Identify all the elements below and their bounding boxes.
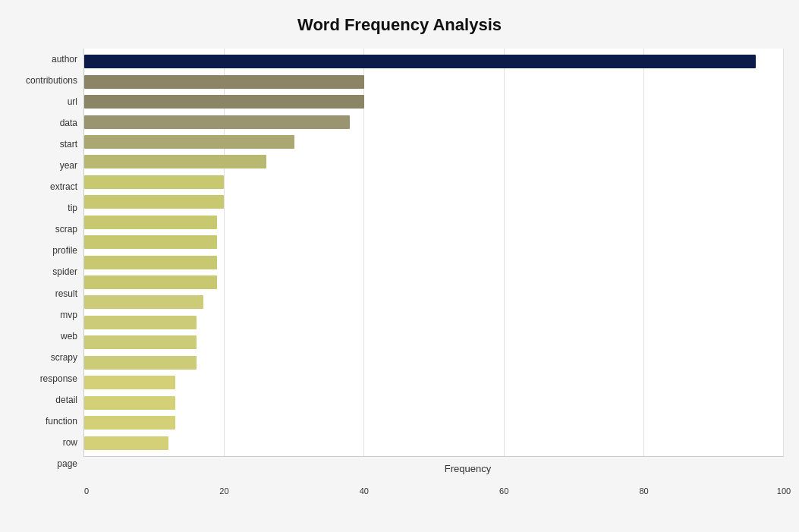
y-label: mvp: [60, 305, 77, 325]
bar: [84, 275, 217, 289]
x-tick: 20: [219, 486, 228, 496]
bar-row: [84, 192, 784, 212]
bar-row: [84, 112, 784, 132]
bar: [84, 55, 756, 68]
bar-row: [84, 52, 784, 71]
bar-row: [84, 313, 784, 332]
bar: [84, 316, 197, 329]
bar: [84, 75, 364, 89]
bar-row: [84, 353, 784, 373]
bars-wrapper: [84, 49, 784, 456]
x-tick: 0: [84, 486, 89, 496]
bar-row: [84, 232, 784, 252]
bar-row: [84, 92, 784, 112]
chart-title: Word Frequency Analysis: [15, 15, 784, 35]
x-tick: 80: [639, 486, 648, 496]
x-tick: 40: [360, 486, 369, 496]
chart-container: Word Frequency Analysis authorcontributi…: [0, 0, 799, 532]
bar: [84, 356, 197, 370]
x-tick: 100: [777, 486, 791, 496]
bar: [84, 295, 203, 309]
y-label: data: [60, 113, 77, 133]
bar: [84, 396, 175, 410]
bar: [84, 135, 294, 149]
bar-row: [84, 373, 784, 392]
y-label: profile: [52, 241, 77, 260]
chart-area: authorcontributionsurldatastartyearextra…: [15, 49, 784, 474]
y-label: scrap: [55, 219, 77, 239]
bar-row: [84, 172, 784, 192]
bar-row: [84, 72, 784, 92]
bar-row: [84, 332, 784, 352]
y-label: detail: [55, 390, 77, 410]
bar: [84, 115, 350, 129]
bar: [84, 436, 168, 450]
bar: [84, 155, 266, 168]
bar-row: [84, 292, 784, 312]
bar: [84, 195, 224, 209]
y-label: response: [40, 369, 77, 389]
y-label: web: [61, 326, 77, 346]
bar: [84, 376, 175, 389]
y-label: spider: [52, 262, 77, 282]
bar: [84, 175, 224, 189]
bottom-section: Frequency: [152, 457, 784, 474]
bar: [84, 235, 217, 249]
bar-row: [84, 253, 784, 272]
bar-row: [84, 433, 784, 453]
y-label: row: [63, 433, 77, 452]
bar-row: [84, 212, 784, 232]
y-label: scrapy: [51, 348, 77, 367]
bar: [84, 216, 217, 229]
y-label: year: [60, 156, 77, 175]
y-axis: authorcontributionsurldatastartyearextra…: [15, 49, 83, 474]
bar: [84, 335, 197, 349]
bar-row: [84, 152, 784, 172]
y-label: extract: [50, 177, 77, 197]
bar: [84, 416, 175, 430]
bar-row: [84, 132, 784, 152]
y-label: contributions: [26, 71, 77, 90]
y-label: author: [52, 49, 77, 69]
bar-row: [84, 413, 784, 433]
x-tick: 60: [499, 486, 508, 496]
bar: [84, 256, 217, 269]
y-label: tip: [68, 198, 77, 218]
bars-and-grid: 020406080100: [83, 49, 784, 457]
x-axis-label: Frequency: [152, 463, 784, 474]
bar-row: [84, 272, 784, 292]
y-label: start: [60, 134, 77, 154]
y-label: result: [55, 284, 77, 304]
y-label: page: [57, 454, 77, 474]
y-label: url: [68, 92, 77, 112]
bar-row: [84, 393, 784, 413]
y-label: function: [46, 411, 77, 431]
bar: [84, 95, 364, 109]
